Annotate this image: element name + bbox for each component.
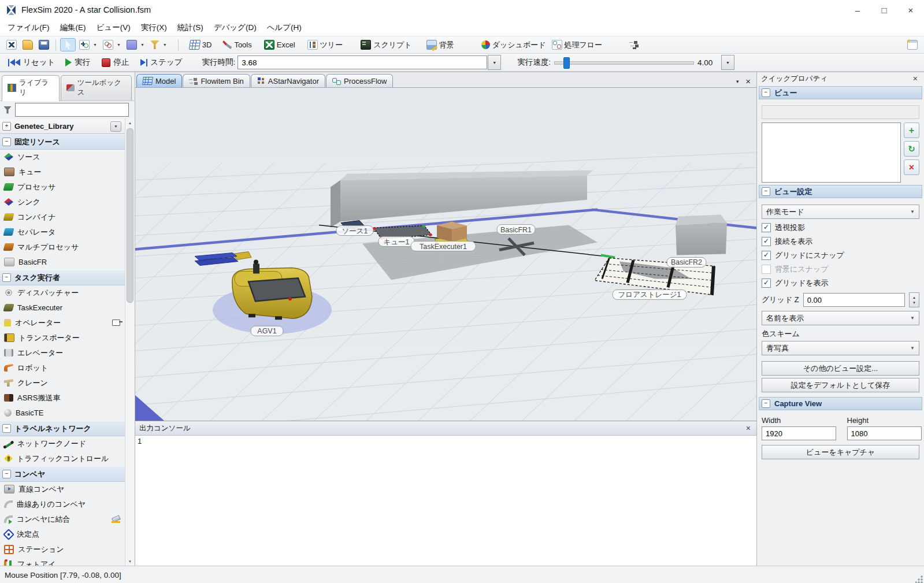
close-view-icon[interactable]: × <box>745 78 751 85</box>
collapse-icon[interactable]: − <box>762 187 770 196</box>
tools-button[interactable]: Tools <box>220 39 254 50</box>
work-mode-select[interactable]: 作業モード ▼ <box>762 205 919 219</box>
collapse-icon[interactable]: − <box>762 88 770 97</box>
plane-tool-button[interactable]: ▼ <box>124 39 147 51</box>
chevron-down-icon[interactable]: ▼ <box>140 43 144 47</box>
library-item-station[interactable]: ステーション <box>0 542 125 557</box>
chevron-down-icon[interactable]: ▼ <box>117 43 121 47</box>
run-time-dropdown[interactable]: ▼ <box>488 55 501 70</box>
menu-statistics[interactable]: 統計(S) <box>172 20 209 35</box>
library-group-travel-networks[interactable]: − トラベルネットワーク <box>0 421 125 436</box>
scrollbar-thumb[interactable] <box>127 128 133 303</box>
library-item-straight-conveyor[interactable]: 直線コンベヤ <box>0 482 125 497</box>
library-group-task-executers[interactable]: − タスク実行者 <box>0 270 125 285</box>
tab-library[interactable]: ライブラリ <box>2 75 60 101</box>
filter-tool-button[interactable]: ▼ <box>148 39 169 50</box>
processflow-button[interactable]: 処理フロー <box>550 39 605 51</box>
run-button[interactable]: 実行 <box>62 55 94 69</box>
library-item-source[interactable]: ソース <box>0 150 125 165</box>
tab-processflow[interactable]: ProcessFlow <box>326 74 393 87</box>
checkbox-show-grid[interactable]: ✓ グリッドを表示 <box>762 276 919 290</box>
library-item-decision-point[interactable]: 決定点 <box>0 527 125 542</box>
spin-up-icon[interactable]: ▲ <box>912 296 916 299</box>
checkbox-snap-to-grid[interactable]: ✓ グリッドにスナップ <box>762 248 919 262</box>
library-item-combiner[interactable]: コンバイナ <box>0 210 125 225</box>
delete-view-button[interactable]: × <box>904 159 919 175</box>
library-item-basicte[interactable]: BasicTE <box>0 406 125 421</box>
scroll-down-icon[interactable]: ▼ <box>125 557 135 566</box>
library-group-genetec[interactable]: + Genetec_Library ▼ <box>0 118 125 134</box>
close-icon[interactable]: × <box>911 74 920 83</box>
3d-view-button[interactable]: 3D <box>187 39 214 51</box>
tab-model[interactable]: Model <box>136 74 182 87</box>
library-item-robot[interactable]: ロボット <box>0 361 125 376</box>
close-button[interactable]: × <box>897 0 924 20</box>
checkbox-icon[interactable]: ✓ <box>762 223 771 232</box>
tab-toolbox[interactable]: ツールボックス <box>61 75 132 101</box>
library-item-photo-eye[interactable]: フォトアイ <box>0 557 125 566</box>
reset-button[interactable]: リセット <box>5 55 58 69</box>
basicfr2-object[interactable] <box>676 215 727 255</box>
3d-viewport[interactable]: ソース1 キュー1 TaskExecuter1 BasicFR1 BasicFR… <box>135 88 756 421</box>
library-group-conveyors[interactable]: − コンベヤ <box>0 466 125 482</box>
library-scrollbar[interactable]: ▲ ▼ <box>125 118 135 566</box>
section-view-settings[interactable]: − ビュー設定 <box>759 185 922 198</box>
library-item-networknode[interactable]: ネットワークノード <box>0 436 125 451</box>
checkbox-show-connections[interactable]: ✓ 接続を表示 <box>762 235 919 248</box>
connect-objects-button[interactable]: ▼ <box>77 39 99 51</box>
capture-width-input[interactable] <box>762 426 836 440</box>
library-item-trafficcontrol[interactable]: トラフィックコントロール <box>0 451 125 466</box>
color-scheme-select[interactable]: 青写真 ▼ <box>762 341 919 355</box>
slider-track[interactable] <box>554 61 694 65</box>
add-view-button[interactable]: + <box>904 122 919 138</box>
scroll-up-icon[interactable]: ▲ <box>125 118 135 127</box>
chevron-down-icon[interactable]: ▼ <box>93 43 97 47</box>
step-button[interactable]: ステップ <box>137 55 185 69</box>
collapse-icon[interactable]: − <box>762 399 770 408</box>
view-list[interactable] <box>762 122 901 183</box>
more-view-settings-button[interactable]: その他のビュー設定... <box>762 361 919 376</box>
section-capture-view[interactable]: − Capture View <box>759 397 922 410</box>
checkbox-perspective[interactable]: ✓ 透視投影 <box>762 221 919 235</box>
checkbox-icon[interactable]: ✓ <box>762 278 771 288</box>
collapse-icon[interactable]: − <box>2 273 11 282</box>
refresh-view-button[interactable]: ↻ <box>904 141 919 157</box>
minimize-button[interactable]: – <box>844 0 871 20</box>
dropdown-icon[interactable]: ▼ <box>110 121 121 132</box>
run-speed-slider[interactable] <box>554 57 694 68</box>
resize-grip[interactable] <box>915 575 923 583</box>
maximize-button[interactable]: □ <box>871 0 897 20</box>
connection-tool-button[interactable]: ▼ <box>101 39 123 51</box>
library-item-dispatcher[interactable]: ディスパッチャー <box>0 285 125 300</box>
library-item-sink[interactable]: シンク <box>0 195 125 210</box>
tree-button[interactable]: ツリー <box>305 39 346 51</box>
menu-view[interactable]: ビュー(V) <box>91 20 136 35</box>
new-window-button[interactable] <box>905 39 920 51</box>
library-item-separator[interactable]: セパレータ <box>0 225 125 240</box>
open-button[interactable] <box>20 39 35 51</box>
script-button[interactable]: スクリプト <box>358 39 414 51</box>
library-item-taskexecuter[interactable]: TaskExecuter <box>0 300 125 315</box>
grid-z-spinner[interactable]: ▲ ▼ <box>909 292 919 307</box>
capture-view-button[interactable]: ビューをキャプチャ <box>762 445 919 459</box>
menu-edit[interactable]: 編集(E) <box>55 20 91 35</box>
run-speed-dropdown[interactable]: ▼ <box>721 55 734 70</box>
library-item-basicfr[interactable]: BasicFR <box>0 255 125 270</box>
excel-button[interactable]: Excel <box>262 39 298 51</box>
collapse-icon[interactable]: − <box>2 138 11 146</box>
checkbox-icon[interactable]: ✓ <box>762 237 771 246</box>
library-item-join-conveyor[interactable]: コンベヤに結合 <box>0 512 125 527</box>
select-tool-button[interactable] <box>60 38 76 51</box>
capture-height-input[interactable] <box>847 426 922 440</box>
spin-down-icon[interactable]: ▼ <box>912 301 916 305</box>
background-button[interactable]: 背景 <box>424 39 457 51</box>
library-item-curved-conveyor[interactable]: 曲線ありのコンベヤ <box>0 497 125 512</box>
library-item-processor[interactable]: プロセッサ <box>0 180 125 195</box>
library-item-queue[interactable]: キュー <box>0 165 125 180</box>
new-model-button[interactable] <box>4 39 19 51</box>
menu-execute[interactable]: 実行(X) <box>136 20 172 35</box>
stop-button[interactable]: 停止 <box>98 55 132 69</box>
save-button[interactable] <box>36 39 51 51</box>
expand-icon[interactable]: + <box>2 122 11 131</box>
grid-z-input[interactable] <box>803 293 905 307</box>
